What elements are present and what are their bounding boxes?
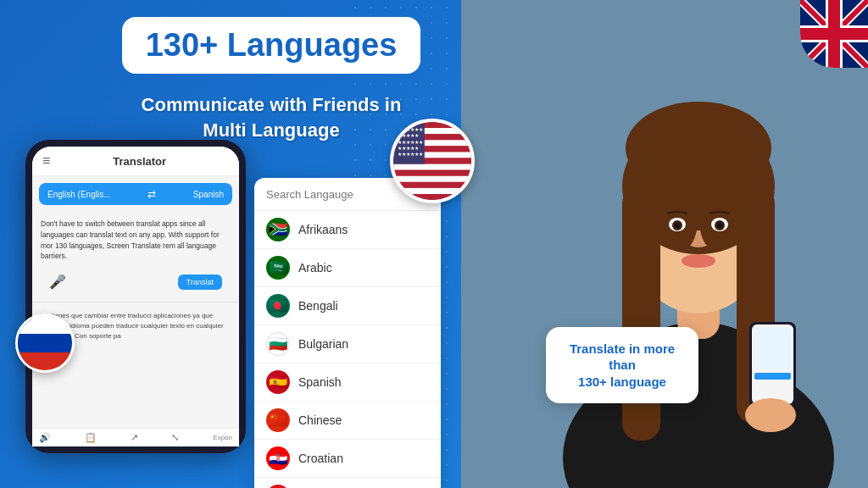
svg-point-10	[675, 223, 680, 228]
flag-icon: 🇿🇦	[266, 218, 290, 241]
svg-rect-32	[393, 176, 471, 182]
svg-rect-31	[393, 170, 471, 176]
language-name: Arabic	[298, 261, 332, 274]
phone-screen: ≡ Translator English (Englis... ⇄ Spanis…	[32, 147, 239, 446]
copy-icon: 📋	[85, 432, 97, 443]
svg-rect-24	[393, 128, 471, 134]
svg-point-14	[682, 254, 715, 268]
source-language: English (Englis...	[47, 190, 110, 199]
hamburger-icon: ≡	[42, 153, 50, 169]
swap-arrow: ⇄	[147, 188, 156, 200]
target-language: Spanish	[193, 190, 224, 199]
flag-icon: 🇨🇳	[266, 408, 290, 432]
list-item[interactable]: 🇪🇸 Spanish	[254, 363, 441, 402]
svg-rect-18	[754, 327, 791, 369]
list-item[interactable]: 🇿🇦 Afrikaans	[254, 211, 441, 249]
woman-photo	[461, 0, 868, 488]
svg-text:★★★★★: ★★★★★	[398, 132, 419, 138]
list-item[interactable]: 🇨🇳 Chinese	[254, 402, 441, 440]
list-item[interactable]: 🇧🇬 Bulgarian	[254, 325, 441, 363]
expand-label: Expan	[213, 434, 232, 441]
language-name: Afrikaans	[298, 223, 348, 236]
language-name: Bengali	[298, 299, 338, 313]
main-title: 130+ Languages	[146, 27, 398, 64]
list-item[interactable]: 🇸🇦 Arabic	[254, 249, 441, 287]
language-name: Chinese	[298, 413, 342, 427]
phone-title: Translator	[113, 155, 166, 168]
svg-point-20	[745, 398, 796, 432]
svg-rect-30	[393, 164, 471, 170]
language-name: Croatian	[298, 452, 343, 465]
flag-icon: 🇭🇷	[266, 446, 290, 470]
language-bar[interactable]: English (Englis... ⇄ Spanish	[39, 183, 232, 205]
translate-bubble: Translate in more than130+ language	[546, 327, 698, 404]
flag-icon: 🇸🇦	[266, 256, 290, 280]
title-box: 130+ Languages	[122, 17, 421, 74]
list-item[interactable]: 🇨🇿 Czech	[254, 478, 441, 488]
svg-text:★★★★★★: ★★★★★★	[398, 139, 423, 145]
list-item[interactable]: 🇧🇩 Bengali	[254, 287, 441, 325]
svg-point-13	[717, 223, 722, 228]
svg-rect-50	[800, 28, 868, 40]
language-name: Bulgarian	[298, 337, 348, 351]
language-dropdown: 🇿🇦 Afrikaans 🇸🇦 Arabic 🇧🇩 Bengali 🇧🇬 Bul…	[254, 178, 441, 488]
translate-bubble-text: Translate in more than130+ language	[563, 341, 682, 391]
language-list: 🇿🇦 Afrikaans 🇸🇦 Arabic 🇧🇩 Bengali 🇧🇬 Bul…	[254, 211, 441, 488]
volume-icon: 🔊	[39, 432, 51, 443]
translate-button[interactable]: Translat	[178, 274, 222, 290]
svg-text:★★★★★: ★★★★★	[398, 145, 419, 151]
share-icon: ↗	[131, 432, 138, 443]
us-flag: ★★★★★★ ★★★★★ ★★★★★★ ★★★★★ ★★★★★★	[390, 119, 475, 203]
list-item[interactable]: 🇭🇷 Croatian	[254, 440, 441, 478]
mic-icon: 🎤	[41, 270, 75, 293]
expand-icon: ⤡	[171, 432, 179, 443]
flag-icon: 🇧🇩	[266, 294, 290, 318]
svg-rect-34	[393, 188, 471, 194]
flag-icon: 🇨🇿	[266, 485, 290, 488]
flag-icon: 🇧🇬	[266, 332, 290, 356]
language-name: Spanish	[298, 375, 342, 389]
uk-flag	[800, 0, 868, 68]
phone-header: ≡ Translator	[32, 147, 239, 176]
svg-point-15	[626, 102, 771, 195]
source-text: Don't have to switch between translat ap…	[41, 219, 231, 262]
russia-flag	[15, 313, 75, 373]
svg-rect-33	[393, 182, 471, 188]
flag-icon: 🇪🇸	[266, 370, 290, 394]
svg-rect-19	[754, 373, 791, 380]
svg-text:★★★★★★: ★★★★★★	[398, 151, 423, 157]
source-text-area: Don't have to switch between translat ap…	[32, 212, 239, 269]
phone-mockup: ≡ Translator English (Englis... ⇄ Spanis…	[25, 140, 246, 453]
divider	[32, 302, 239, 302]
